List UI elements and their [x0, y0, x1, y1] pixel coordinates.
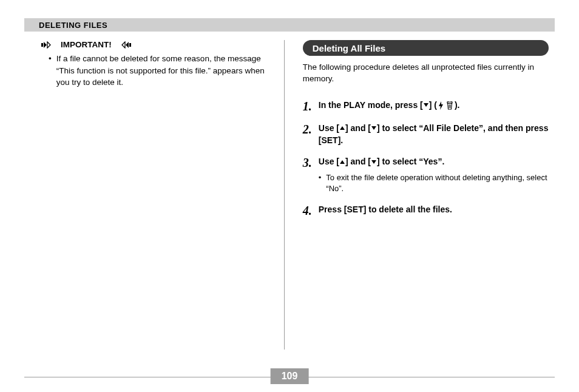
step-4: 4. Press [SET] to delete all the files.: [303, 204, 549, 217]
svg-marker-3: [122, 42, 125, 48]
step-number: 2.: [303, 123, 319, 147]
subsection-title: Deleting All Files: [313, 43, 385, 53]
two-column-layout: IMPORTANT! • If a file cannot be deleted…: [24, 40, 555, 350]
svg-marker-1: [44, 42, 47, 48]
important-bullet: • If a file cannot be deleted for some r…: [49, 53, 266, 89]
step-2-text: Use [] and [] to select “All File Delete…: [319, 123, 549, 147]
down-triangle-icon: [371, 123, 377, 135]
important-label: IMPORTANT!: [61, 40, 112, 49]
step-3-sub: • To exit the file delete operation with…: [319, 172, 549, 194]
svg-rect-0: [41, 43, 43, 47]
up-triangle-icon: [339, 123, 345, 135]
decor-arrows-right-icon: [41, 41, 57, 49]
step-3-sub-text: To exit the file delete operation withou…: [326, 172, 549, 194]
step-2: 2. Use [] and [] to select “All File Del…: [303, 123, 549, 147]
svg-marker-13: [371, 160, 376, 164]
important-callout: IMPORTANT!: [38, 40, 266, 49]
svg-marker-11: [371, 126, 376, 130]
step-number: 4.: [303, 204, 319, 217]
step-number: 1.: [303, 100, 319, 113]
up-triangle-icon: [339, 157, 345, 169]
intro-text: The following procedure deletes all unpr…: [303, 62, 549, 85]
decor-arrows-left-icon: [115, 41, 131, 49]
step-4-text: Press [SET] to delete all the files.: [319, 204, 549, 216]
trash-icon: [446, 101, 453, 110]
step-3-text: Use [] and [] to select “Yes”.: [319, 156, 549, 168]
manual-page: DELETING FILES IMPORTANT!: [0, 0, 579, 392]
svg-marker-7: [439, 101, 443, 110]
left-column: IMPORTANT! • If a file cannot be deleted…: [24, 40, 284, 350]
svg-rect-5: [129, 43, 131, 47]
svg-marker-12: [340, 160, 345, 164]
flash-icon: [438, 101, 444, 110]
step-3: 3. Use [] and [] to select “Yes”. • To e…: [303, 156, 549, 194]
svg-marker-10: [340, 126, 345, 130]
svg-marker-4: [126, 42, 129, 48]
bullet-dot-icon: •: [49, 53, 52, 89]
svg-marker-6: [424, 103, 428, 107]
right-column: Deleting All Files The following procedu…: [285, 40, 555, 350]
down-triangle-icon: [423, 100, 429, 112]
page-footer: 109: [24, 377, 555, 377]
step-1: 1. In the PLAY mode, press [] ().: [303, 100, 549, 113]
important-bullet-text: If a file cannot be deleted for some rea…: [56, 53, 266, 89]
page-number: 109: [271, 368, 309, 384]
section-header-text: DELETING FILES: [39, 21, 107, 30]
svg-marker-2: [47, 42, 50, 48]
step-1-text: In the PLAY mode, press [] ().: [319, 100, 549, 112]
subsection-title-pill: Deleting All Files: [303, 40, 549, 56]
flash-trash-icons: [438, 101, 453, 110]
bullet-dot-icon: •: [319, 172, 322, 194]
section-header-bar: DELETING FILES: [24, 18, 555, 32]
step-number: 3.: [303, 156, 319, 194]
down-triangle-icon: [371, 157, 377, 169]
